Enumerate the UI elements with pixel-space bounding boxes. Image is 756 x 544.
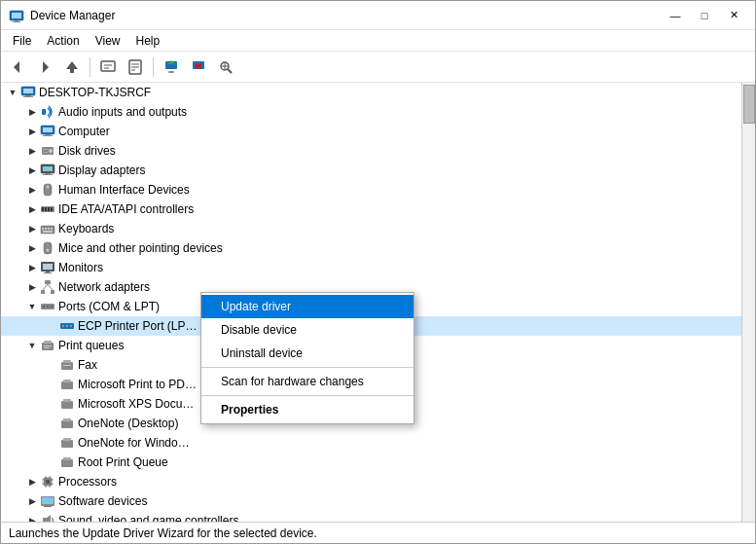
expand-hid[interactable]: ▶: [24, 182, 40, 198]
tree-item-processors[interactable]: ▶ Processors: [1, 472, 741, 491]
expand-ide[interactable]: ▶: [24, 201, 40, 217]
ctx-disable-device[interactable]: Disable device: [201, 318, 414, 342]
ctx-properties[interactable]: Properties: [201, 398, 414, 421]
tree-item-software[interactable]: ▶ Software devices: [1, 491, 741, 511]
scrollbar[interactable]: [741, 83, 755, 522]
svg-rect-61: [46, 272, 50, 272]
status-text: Launches the Update Driver Wizard for th…: [9, 526, 317, 540]
svg-rect-48: [48, 207, 50, 211]
close-button[interactable]: ✕: [720, 6, 747, 25]
expand-audio[interactable]: ▶: [24, 104, 40, 120]
back-button[interactable]: [5, 54, 30, 80]
toolbar: [1, 52, 755, 83]
expand-computer[interactable]: ▶: [24, 124, 40, 139]
svg-rect-85: [61, 401, 73, 409]
tree-panel[interactable]: ▼ DESKTOP-TKJSRCF ▶: [1, 83, 741, 522]
onenote-d-label: OneNote (Desktop): [78, 417, 178, 430]
expand-disk[interactable]: ▶: [24, 143, 40, 159]
tree-item-computer[interactable]: ▶ Computer: [1, 122, 741, 141]
expand-software[interactable]: ▶: [24, 493, 40, 509]
tree-item-rootpq[interactable]: ▶ Root Print Queue: [1, 453, 741, 472]
forward-button[interactable]: [32, 54, 57, 80]
onenote-w-icon: [59, 435, 75, 451]
ide-icon: [40, 201, 55, 217]
svg-rect-31: [43, 127, 53, 132]
svg-point-44: [47, 186, 50, 189]
svg-rect-55: [43, 231, 53, 233]
svg-rect-51: [42, 228, 44, 230]
tree-item-onenote-w[interactable]: ▶ OneNote for Windo…: [1, 433, 741, 453]
ctx-update-driver[interactable]: Update driver: [201, 295, 414, 318]
svg-rect-60: [43, 264, 53, 270]
ctx-uninstall-device[interactable]: Uninstall device: [201, 342, 414, 365]
svg-rect-64: [41, 290, 45, 294]
svg-rect-104: [42, 497, 54, 504]
print-queue-icon: [40, 338, 55, 353]
onenote-w-label: OneNote for Windo…: [78, 436, 190, 450]
expand-keyboards[interactable]: ▶: [24, 221, 40, 236]
svg-rect-53: [48, 228, 50, 230]
menu-bar: File Action View Help: [1, 30, 755, 52]
minimize-button[interactable]: —: [662, 6, 689, 25]
svg-line-67: [48, 284, 53, 290]
onenote-d-icon: [59, 416, 75, 431]
expand-printq[interactable]: ▼: [24, 338, 40, 353]
software-icon: [40, 493, 55, 509]
svg-point-70: [47, 306, 49, 308]
svg-rect-47: [45, 207, 47, 211]
expand-display[interactable]: ▶: [24, 163, 40, 178]
tree-item-display[interactable]: ▶ Display adapters: [1, 161, 741, 180]
menu-view[interactable]: View: [88, 30, 128, 51]
tree-item-ide[interactable]: ▶ IDE ATA/ATAPI controllers: [1, 199, 741, 219]
svg-rect-94: [46, 480, 50, 484]
tree-item-sound[interactable]: ▶ Sound, video and game controllers: [1, 511, 741, 522]
maximize-button[interactable]: □: [691, 6, 718, 25]
mouse-icon: [40, 240, 55, 256]
ports-label: Ports (COM & LPT): [58, 300, 160, 313]
computer-label: Computer: [58, 125, 110, 138]
svg-rect-49: [51, 207, 53, 211]
svg-line-22: [228, 69, 232, 73]
menu-help[interactable]: Help: [128, 30, 168, 51]
menu-file[interactable]: File: [5, 30, 39, 51]
svg-rect-52: [45, 228, 47, 230]
ecp-label: ECP Printer Port (LP…: [78, 319, 197, 333]
network-label: Network adapters: [58, 280, 150, 294]
root-label: DESKTOP-TKJSRCF: [39, 86, 151, 99]
uninstall-button[interactable]: [186, 54, 211, 80]
hid-icon: [40, 182, 55, 198]
monitors-label: Monitors: [58, 261, 103, 274]
computer-icon: [20, 85, 36, 100]
menu-action[interactable]: Action: [39, 30, 87, 51]
expand-root[interactable]: ▼: [5, 85, 20, 100]
svg-rect-81: [63, 360, 71, 363]
tree-item-audio[interactable]: ▶ Audio inputs and outputs: [1, 102, 741, 122]
svg-rect-28: [23, 96, 33, 97]
expand-processors[interactable]: ▶: [24, 474, 40, 490]
expand-sound[interactable]: ▶: [24, 513, 40, 522]
properties-button[interactable]: [123, 54, 148, 80]
scrollbar-thumb[interactable]: [743, 85, 755, 124]
svg-rect-41: [43, 174, 53, 175]
ctx-scan-hardware[interactable]: Scan for hardware changes: [201, 370, 414, 393]
svg-point-73: [62, 325, 64, 327]
update-driver-toolbar-button[interactable]: [159, 54, 184, 80]
tree-root[interactable]: ▼ DESKTOP-TKJSRCF: [1, 83, 741, 102]
tree-item-keyboards[interactable]: ▶ Keyboards: [1, 219, 741, 238]
expand-network[interactable]: ▶: [24, 279, 40, 295]
expand-ports[interactable]: ▼: [24, 299, 40, 314]
status-bar: Launches the Update Driver Wizard for th…: [1, 522, 755, 543]
tree-item-monitors[interactable]: ▶ Monitors: [1, 258, 741, 277]
tree-item-hid[interactable]: ▶ Human Interface Devices: [1, 180, 741, 199]
computer-small-icon: [40, 124, 55, 139]
tree-item-disk[interactable]: ▶ Disk drives: [1, 141, 741, 161]
processors-label: Processors: [58, 475, 117, 489]
expand-monitors[interactable]: ▶: [24, 260, 40, 275]
tree-item-mice[interactable]: ▶ Mice and other pointing devices: [1, 238, 741, 258]
show-hidden-button[interactable]: [95, 54, 121, 80]
up-button[interactable]: [59, 54, 85, 80]
svg-rect-90: [63, 438, 71, 441]
ms-xps-label: Microsoft XPS Docu…: [78, 397, 194, 411]
scan-button[interactable]: [213, 54, 238, 80]
expand-mice[interactable]: ▶: [24, 240, 40, 256]
